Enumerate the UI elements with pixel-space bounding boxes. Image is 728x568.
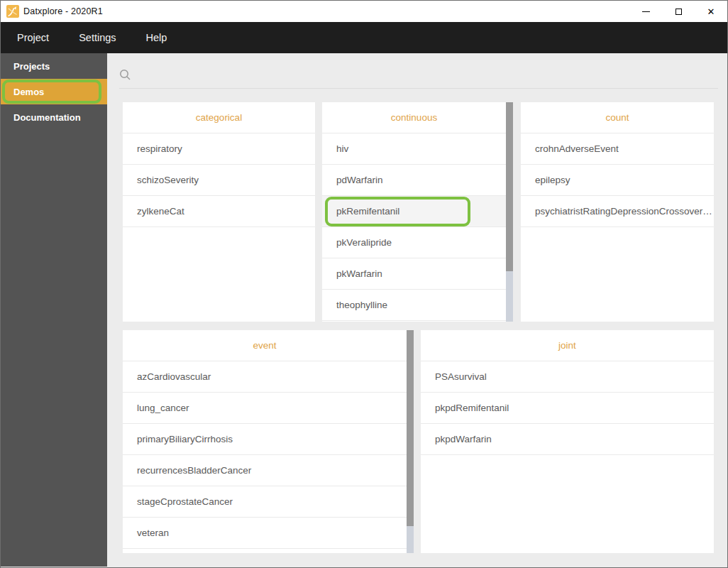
list-item[interactable]: primaryBiliaryCirrhosis bbox=[123, 424, 407, 455]
menu-settings[interactable]: Settings bbox=[79, 32, 116, 43]
sidebar-item-label: Projects bbox=[13, 61, 50, 72]
panel-joint: jointPSAsurvivalpkpdRemifentanilpkpdWarf… bbox=[421, 330, 714, 553]
sidebar: Projects Demos Documentation bbox=[1, 53, 107, 567]
list-item[interactable]: theophylline bbox=[322, 290, 506, 321]
panel-title-continuous: continuous bbox=[322, 102, 506, 133]
list-item[interactable]: lung_cancer bbox=[123, 393, 407, 424]
menu-project[interactable]: Project bbox=[17, 32, 49, 43]
list-item[interactable]: hiv bbox=[322, 133, 506, 165]
app-logo-icon bbox=[6, 5, 19, 18]
scrollbar[interactable] bbox=[407, 330, 414, 553]
list-item[interactable]: epilepsy bbox=[521, 165, 714, 196]
scrollbar-thumb[interactable] bbox=[407, 330, 414, 526]
panel-title-event: event bbox=[123, 330, 407, 361]
sidebar-item-label: Demos bbox=[13, 87, 44, 97]
list-item[interactable]: crohnAdverseEvent bbox=[521, 133, 714, 165]
list-item[interactable]: stageCprostateCancer bbox=[123, 486, 407, 518]
list-item[interactable]: pkpdRemifentanil bbox=[421, 393, 714, 424]
list-item[interactable]: pkRemifentanil bbox=[322, 196, 506, 227]
list-item[interactable]: psychiatristRatingDepressionCrossover… bbox=[521, 196, 714, 227]
app-window: Datxplore - 2020R1 ✕ Project Settings He… bbox=[0, 0, 728, 568]
window-controls: ✕ bbox=[629, 1, 727, 22]
sidebar-item-label: Documentation bbox=[13, 112, 81, 123]
list-item[interactable]: recurrencesBladderCancer bbox=[123, 455, 407, 486]
list-item[interactable]: zylkeneCat bbox=[123, 196, 315, 227]
close-button[interactable]: ✕ bbox=[695, 1, 727, 22]
search-input[interactable] bbox=[119, 67, 718, 89]
maximize-button[interactable] bbox=[662, 1, 695, 22]
panel-title-categorical: categorical bbox=[123, 102, 315, 133]
list-item[interactable]: pkWarfarin bbox=[322, 258, 506, 290]
menu-bar: Project Settings Help bbox=[1, 22, 727, 53]
panel-event: eventazCardiovascularlung_cancerprimaryB… bbox=[123, 330, 414, 553]
sidebar-item-demos[interactable]: Demos bbox=[1, 79, 107, 104]
list-item[interactable]: veteran bbox=[123, 518, 407, 549]
main-content: categoricalrespiratoryschizoSeverityzylk… bbox=[107, 53, 727, 567]
list-item[interactable]: respiratory bbox=[123, 133, 315, 165]
menu-help[interactable]: Help bbox=[146, 32, 167, 43]
scrollbar[interactable] bbox=[506, 102, 513, 322]
sidebar-item-documentation[interactable]: Documentation bbox=[1, 104, 107, 130]
panel-continuous: continuoushivpdWarfarinpkRemifentanilpkV… bbox=[322, 102, 513, 322]
minimize-icon bbox=[642, 11, 650, 12]
list-item[interactable]: pdWarfarin bbox=[322, 165, 506, 196]
panel-count: countcrohnAdverseEventepilepsypsychiatri… bbox=[521, 102, 714, 322]
window-title: Datxplore - 2020R1 bbox=[23, 6, 103, 16]
list-item[interactable]: pkpdWarfarin bbox=[421, 424, 714, 455]
scrollbar-thumb[interactable] bbox=[506, 102, 513, 271]
panel-title-joint: joint bbox=[421, 330, 714, 361]
list-item[interactable]: PSAsurvival bbox=[421, 361, 714, 393]
search-bar bbox=[118, 67, 716, 90]
sidebar-item-projects[interactable]: Projects bbox=[1, 53, 107, 79]
list-item[interactable]: azCardiovascular bbox=[123, 361, 407, 393]
maximize-icon bbox=[675, 9, 682, 15]
panel-title-count: count bbox=[521, 102, 714, 133]
minimize-button[interactable] bbox=[629, 1, 662, 22]
list-item[interactable]: schizoSeverity bbox=[123, 165, 315, 196]
close-icon: ✕ bbox=[707, 7, 715, 16]
panel-categorical: categoricalrespiratoryschizoSeverityzylk… bbox=[123, 102, 315, 322]
list-item[interactable]: pkVeralipride bbox=[322, 227, 506, 258]
title-bar: Datxplore - 2020R1 ✕ bbox=[1, 1, 727, 22]
